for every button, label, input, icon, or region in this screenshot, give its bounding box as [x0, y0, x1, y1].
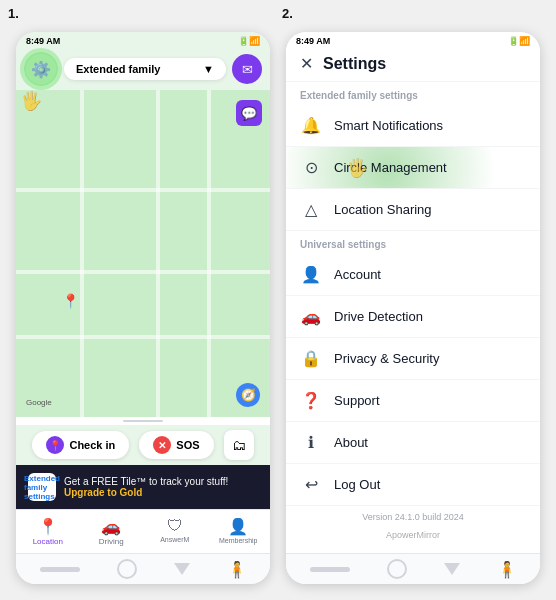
settings-drive-detection[interactable]: 🚗 Drive Detection: [286, 296, 540, 338]
map-header: ⚙️ Extended family ▼ ✉: [16, 48, 270, 90]
mail-button[interactable]: ✉: [232, 54, 262, 84]
circle-icon: ⊙: [300, 158, 322, 177]
settings-logout[interactable]: ↩ Log Out: [286, 464, 540, 506]
settings-about[interactable]: ℹ About: [286, 422, 540, 464]
nav-figure-right: 🧍: [497, 560, 517, 579]
map-google-label: Google: [26, 398, 52, 407]
answer-tab-label: AnswerM: [160, 536, 189, 543]
time-left: 8:49 AM: [26, 36, 60, 46]
promo-upgrade-text: Upgrade to Gold: [64, 487, 258, 498]
support-icon: ❓: [300, 391, 322, 410]
family-label: Extended family: [76, 63, 160, 75]
settings-account[interactable]: 👤 Account: [286, 254, 540, 296]
status-icons-left: 🔋📶: [238, 36, 260, 46]
account-label: Account: [334, 267, 381, 282]
about-icon: ℹ: [300, 433, 322, 452]
time-right: 8:49 AM: [296, 36, 330, 46]
watermark-text: ApowerMirror: [286, 528, 540, 542]
nav-bar-left: 🧍: [16, 553, 270, 584]
tab-driving[interactable]: 🚗 Driving: [80, 514, 144, 549]
answer-tab-icon: 🛡: [167, 517, 183, 535]
checkin-icon: 📍: [46, 436, 64, 454]
close-button[interactable]: ✕: [300, 54, 313, 73]
settings-circle-management[interactable]: ⊙ Circle Management 🖐: [286, 147, 540, 189]
action-bar: 📍 Check in ✕ SOS 🗂: [16, 425, 270, 465]
location-tab-label: Location: [33, 537, 63, 546]
nav-home-pill: [40, 567, 80, 572]
section-label-family: Extended family settings: [286, 82, 540, 105]
version-text: Version 24.1.0 build 2024: [286, 506, 540, 528]
status-icons-right: 🔋📶: [508, 36, 530, 46]
family-dropdown[interactable]: Extended family ▼: [64, 58, 226, 80]
settings-smart-notifications[interactable]: 🔔 Smart Notifications: [286, 105, 540, 147]
settings-content: Extended family settings 🔔 Smart Notific…: [286, 82, 540, 553]
sos-button[interactable]: ✕ SOS: [139, 431, 213, 459]
tile-logo: Extended family settings: [28, 473, 56, 501]
tab-answer[interactable]: 🛡 AnswerM: [143, 514, 207, 549]
section-label-universal: Universal settings: [286, 231, 540, 254]
driving-tab-label: Driving: [99, 537, 124, 546]
dropdown-arrow: ▼: [203, 63, 214, 75]
settings-header: ✕ Settings: [286, 48, 540, 82]
checkin-button[interactable]: 📍 Check in: [32, 431, 129, 459]
layers-button[interactable]: 🗂: [224, 430, 254, 460]
promo-text: Get a FREE Tile™ to track your stuff! Up…: [64, 476, 258, 498]
logout-icon: ↩: [300, 475, 322, 494]
step-label-1: 1.: [8, 6, 19, 21]
step-label-2: 2.: [282, 6, 293, 21]
chat-bubble[interactable]: 💬: [236, 100, 262, 126]
cursor-hand-1: 🖐: [20, 90, 42, 112]
location-sharing-icon: △: [300, 200, 322, 219]
bottom-tabs: 📍 Location 🚗 Driving 🛡 AnswerM 👤 Members…: [16, 509, 270, 553]
driving-tab-icon: 🚗: [101, 517, 121, 536]
gear-button[interactable]: ⚙️: [24, 52, 58, 86]
compass-button[interactable]: 🧭: [236, 383, 260, 407]
sos-label: SOS: [176, 439, 199, 451]
status-bar-right: 8:49 AM 🔋📶: [286, 32, 540, 48]
map-pin-red: 📍: [62, 293, 79, 309]
membership-tab-icon: 👤: [228, 517, 248, 536]
nav-back-dot[interactable]: [117, 559, 137, 579]
drive-detection-label: Drive Detection: [334, 309, 423, 324]
sos-icon: ✕: [153, 436, 171, 454]
cursor-hand-2: 🖐: [346, 157, 368, 179]
nav-figure: 🧍: [227, 560, 247, 579]
promo-banner: Extended family settings Get a FREE Tile…: [16, 465, 270, 509]
settings-privacy[interactable]: 🔒 Privacy & Security: [286, 338, 540, 380]
location-sharing-label: Location Sharing: [334, 202, 432, 217]
settings-location-sharing[interactable]: △ Location Sharing: [286, 189, 540, 231]
tab-location[interactable]: 📍 Location: [16, 514, 80, 549]
support-label: Support: [334, 393, 380, 408]
settings-support[interactable]: ❓ Support: [286, 380, 540, 422]
promo-main-text: Get a FREE Tile™ to track your stuff!: [64, 476, 258, 487]
drive-icon: 🚗: [300, 307, 322, 326]
checkin-label: Check in: [69, 439, 115, 451]
smart-notifications-label: Smart Notifications: [334, 118, 443, 133]
location-tab-icon: 📍: [38, 517, 58, 536]
nav-back-dot-right[interactable]: [387, 559, 407, 579]
map-area: Google 📍 💬 🧭 🖐: [16, 90, 270, 417]
about-label: About: [334, 435, 368, 450]
nav-home-pill-right: [310, 567, 350, 572]
privacy-icon: 🔒: [300, 349, 322, 368]
status-bar-left: 8:49 AM 🔋📶: [16, 32, 270, 48]
settings-title: Settings: [323, 55, 386, 73]
tab-membership[interactable]: 👤 Membership: [207, 514, 271, 549]
nav-bar-right: 🧍: [286, 553, 540, 584]
account-icon: 👤: [300, 265, 322, 284]
privacy-label: Privacy & Security: [334, 351, 439, 366]
nav-triangle[interactable]: [174, 563, 190, 575]
nav-triangle-right[interactable]: [444, 563, 460, 575]
membership-tab-label: Membership: [219, 537, 258, 544]
logout-label: Log Out: [334, 477, 380, 492]
divider: [123, 420, 163, 422]
bell-icon: 🔔: [300, 116, 322, 135]
